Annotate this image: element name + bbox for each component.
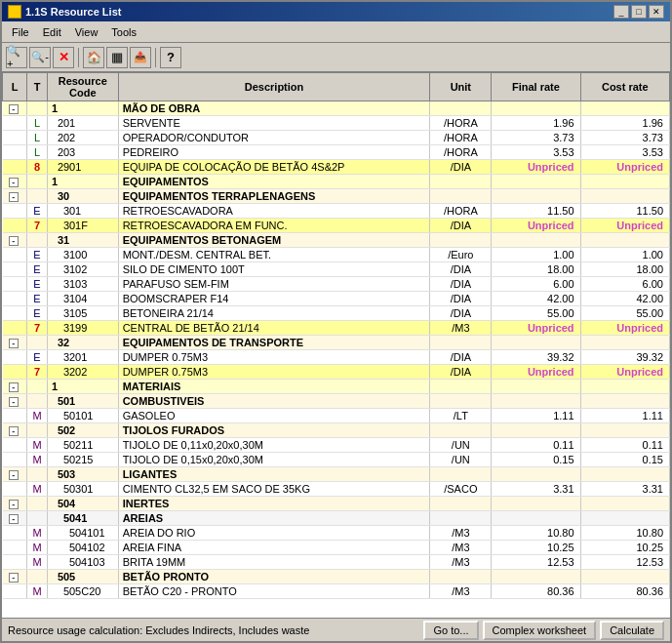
table-row[interactable]: M504101AREIA DO RIO/M310.8010.80 <box>3 526 670 541</box>
cell-cost-rate: 10.80 <box>580 526 669 541</box>
table-row[interactable]: E3105BETONEIRA 21/14/DIA55.0055.00 <box>3 306 670 321</box>
cell-code: 3199 <box>47 321 118 336</box>
cell-l <box>3 541 27 555</box>
table-row[interactable]: 73202DUMPER 0.75M3/DIAUnpricedUnpriced <box>3 365 670 380</box>
export-button[interactable]: 📤 <box>130 47 151 68</box>
table-row[interactable]: E3100MONT./DESM. CENTRAL BET./Euro1.001.… <box>3 248 670 262</box>
cell-code: 504103 <box>47 555 118 570</box>
menu-file[interactable]: File <box>6 24 35 40</box>
expand-button[interactable]: - <box>9 500 19 509</box>
calculate-button[interactable]: Calculate <box>600 621 664 640</box>
table-row[interactable]: -504INERTES <box>3 497 670 511</box>
cell-final-rate: 10.25 <box>492 541 580 555</box>
expand-button[interactable]: - <box>9 514 19 524</box>
home-button[interactable]: 🏠 <box>83 47 104 68</box>
table-row[interactable]: E3103PARAFUSO SEM-FIM/DIA6.006.00 <box>3 277 670 292</box>
title-controls: _ □ ✕ <box>613 5 664 19</box>
minimize-button[interactable]: _ <box>613 5 629 19</box>
zoom-out-button[interactable]: 🔍- <box>29 47 51 68</box>
expand-button[interactable]: - <box>9 104 19 114</box>
cell-l[interactable]: - <box>3 189 27 204</box>
table-row[interactable]: -1MATERIAIS <box>3 380 670 394</box>
cell-l[interactable]: - <box>3 380 27 394</box>
table-row[interactable]: M504103BRITA 19MM/M312.5312.53 <box>3 555 670 570</box>
close-red-button[interactable]: ✕ <box>53 47 74 68</box>
table-row[interactable]: 73199CENTRAL DE BETÃO 21/14/M3UnpricedUn… <box>3 321 670 336</box>
cell-description: GASOLEO <box>118 409 430 423</box>
table-row[interactable]: 82901EQUIPA DE COLOCAÇÃO DE BETÃO 4S&2P/… <box>3 160 670 175</box>
zoom-in-button[interactable]: 🔍+ <box>6 47 27 68</box>
grid-button[interactable]: ▦ <box>106 47 128 68</box>
table-row[interactable]: E301RETROESCAVADORA/HORA11.5011.50 <box>3 204 670 219</box>
resource-table-container[interactable]: L T ResourceCode Description Unit Final … <box>2 72 670 618</box>
cell-l[interactable]: - <box>3 101 27 116</box>
table-row[interactable]: M50211TIJOLO DE 0,11x0,20x0,30M/UN0.110.… <box>3 438 670 453</box>
cell-final-rate: 11.50 <box>492 204 580 219</box>
expand-button[interactable]: - <box>9 178 19 187</box>
table-row[interactable]: M505C20BETÃO C20 - PRONTO/M380.3680.36 <box>3 584 670 599</box>
table-row[interactable]: L202OPERADOR/CONDUTOR/HORA3.733.73 <box>3 131 670 145</box>
cell-l[interactable]: - <box>3 394 27 409</box>
table-row[interactable]: E3201DUMPER 0.75M3/DIA39.3239.32 <box>3 350 670 365</box>
cell-type <box>27 467 48 482</box>
cell-l[interactable]: - <box>3 570 27 584</box>
table-row[interactable]: -502TIJOLOS FURADOS <box>3 423 670 438</box>
table-row[interactable]: L201SERVENTE/HORA1.961.96 <box>3 116 670 131</box>
cell-type: 7 <box>27 365 48 380</box>
cell-code: 3105 <box>47 306 118 321</box>
table-row[interactable]: -503LIGANTES <box>3 467 670 482</box>
table-row[interactable]: -505BETÃO PRONTO <box>3 570 670 584</box>
cell-cost-rate: Unpriced <box>580 365 669 380</box>
table-row[interactable]: M504102AREIA FINA/M310.2510.25 <box>3 541 670 555</box>
table-row[interactable]: 7301FRETROESCAVADORA EM FUNC./DIAUnprice… <box>3 219 670 233</box>
expand-button[interactable]: - <box>9 573 19 583</box>
table-row[interactable]: E3102SILO DE CIMENTO 100T/DIA18.0018.00 <box>3 262 670 277</box>
cell-l[interactable]: - <box>3 467 27 482</box>
table-row[interactable]: -5041AREIAS <box>3 511 670 526</box>
table-row[interactable]: -32EQUIPAMENTOS DE TRANSPORTE <box>3 336 670 350</box>
cell-l[interactable]: - <box>3 423 27 438</box>
expand-button[interactable]: - <box>9 339 19 348</box>
cell-l[interactable]: - <box>3 233 27 248</box>
close-button[interactable]: ✕ <box>649 5 664 19</box>
cell-unit: /DIA <box>430 277 492 292</box>
cell-final-rate: 0.11 <box>492 438 580 453</box>
cell-l[interactable]: - <box>3 336 27 350</box>
table-row[interactable]: -30EQUIPAMENTOS TERRAPLENAGENS <box>3 189 670 204</box>
menu-tools[interactable]: Tools <box>105 24 142 40</box>
table-row[interactable]: M50215TIJOLO DE 0,15x0,20x0,30M/UN0.150.… <box>3 453 670 467</box>
cell-description: AREIAS <box>118 511 430 526</box>
menu-edit[interactable]: Edit <box>37 24 67 40</box>
cell-l <box>3 306 27 321</box>
maximize-button[interactable]: □ <box>631 5 647 19</box>
header-desc: Description <box>118 73 430 101</box>
cell-type: E <box>27 262 48 277</box>
help-button[interactable]: ? <box>160 47 181 68</box>
cell-final-rate <box>492 423 580 438</box>
table-row[interactable]: M50101GASOLEO/LT1.111.11 <box>3 409 670 423</box>
expand-button[interactable]: - <box>9 192 19 202</box>
expand-button[interactable]: - <box>9 426 19 436</box>
table-row[interactable]: M50301CIMENTO CL32,5 EM SACO DE 35KG/SAC… <box>3 482 670 497</box>
goto-button[interactable]: Go to... <box>423 621 478 640</box>
cell-l[interactable]: - <box>3 175 27 189</box>
table-row[interactable]: E3104BOOMSCRAPER F14/DIA42.0042.00 <box>3 292 670 306</box>
table-row[interactable]: L203PEDREIRO/HORA3.533.53 <box>3 145 670 160</box>
table-row[interactable]: -1MÃO DE OBRA <box>3 101 670 116</box>
cell-description: TIJOLOS FURADOS <box>118 423 430 438</box>
expand-button[interactable]: - <box>9 397 19 407</box>
cell-l[interactable]: - <box>3 497 27 511</box>
cell-unit <box>430 497 492 511</box>
table-row[interactable]: -1EQUIPAMENTOS <box>3 175 670 189</box>
expand-button[interactable]: - <box>9 470 19 480</box>
cell-l <box>3 160 27 175</box>
expand-button[interactable]: - <box>9 382 19 392</box>
cell-l[interactable]: - <box>3 511 27 526</box>
complex-worksheet-button[interactable]: Complex worksheet <box>483 621 597 640</box>
table-row[interactable]: -31EQUIPAMENTOS BETONAGEM <box>3 233 670 248</box>
table-row[interactable]: -501COMBUSTIVEIS <box>3 394 670 409</box>
menu-view[interactable]: View <box>69 24 104 40</box>
cell-code: 301F <box>47 219 118 233</box>
cell-unit <box>430 380 492 394</box>
expand-button[interactable]: - <box>9 236 19 246</box>
